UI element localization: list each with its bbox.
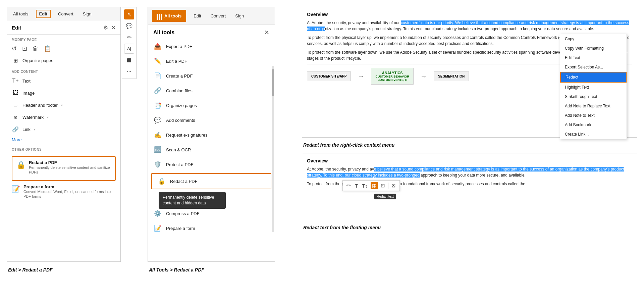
middle-nav-edit[interactable]: Edit bbox=[192, 12, 203, 20]
comment-tool-icon[interactable]: 💬 bbox=[124, 21, 134, 31]
analytics-title: ANALYTICS bbox=[375, 71, 409, 75]
ft-text-icon[interactable]: T bbox=[354, 182, 359, 189]
comments-icon: 💬 bbox=[153, 116, 162, 125]
all-tools-nav-btn[interactable]: All tools bbox=[152, 10, 186, 22]
prepare-form-item[interactable]: 📝 Prepare a form Convert Microsoft Word,… bbox=[12, 184, 116, 199]
export-label: Export a PDF bbox=[166, 44, 192, 49]
add-watermark-item[interactable]: ⊘ Watermark ▾ bbox=[7, 111, 120, 123]
more-tools-icon[interactable]: ··· bbox=[124, 66, 134, 77]
para1-end: ata secure and available. bbox=[549, 27, 594, 31]
redact-tooltip-box: Permanently delete sensitive content and… bbox=[159, 192, 226, 209]
ft-divider bbox=[388, 183, 388, 189]
organize-pages-icon: ⊞ bbox=[12, 57, 19, 64]
all-tools-close[interactable]: ✕ bbox=[264, 29, 269, 36]
scrollbar-thumb[interactable] bbox=[272, 69, 274, 96]
organize-icon: 📑 bbox=[153, 101, 162, 110]
diagram-arrow1: → bbox=[358, 72, 364, 80]
ctx-copy-formatting[interactable]: Copy With Formatting bbox=[560, 44, 627, 53]
combine-files-item[interactable]: 🔗 Combine files bbox=[148, 83, 275, 98]
top-doc-panel: Overview At Adobe, the security, privacy… bbox=[302, 7, 637, 138]
bottom-para1-end: r data more secure, and available. bbox=[465, 173, 526, 178]
ctx-edit-text[interactable]: Edit Text bbox=[560, 53, 627, 62]
redact-text: Redact a PDF Permanently delete sensitiv… bbox=[29, 160, 111, 175]
text-tool-icon[interactable]: A| bbox=[124, 44, 134, 54]
add-header-footer-item[interactable]: ▭ Header and footer ▾ bbox=[7, 99, 120, 111]
link-icon: 🔗 bbox=[12, 126, 19, 133]
redact-pdf-item[interactable]: 🔒 Redact a PDF Permanently delete sensit… bbox=[16, 160, 111, 175]
select-tool-icon[interactable]: ↖ bbox=[124, 9, 134, 19]
scan-ocr-item[interactable]: 🔤 Scan & OCR bbox=[148, 142, 275, 157]
pencil-tool-icon[interactable]: ✏ bbox=[124, 32, 134, 42]
middle-nav-convert[interactable]: Convert bbox=[209, 12, 228, 20]
left-nav-edit[interactable]: Edit bbox=[36, 10, 51, 18]
extract-icon[interactable]: 📋 bbox=[44, 45, 51, 52]
ctx-export-selection[interactable]: Export Selection As... bbox=[560, 62, 627, 72]
ft-text-size-icon[interactable]: T↕ bbox=[361, 182, 369, 189]
edit-pdf-icon: ✏️ bbox=[153, 57, 162, 65]
modify-section-label: MODIFY PAGE bbox=[7, 35, 120, 43]
organize-pages-item[interactable]: ⊞ Organize pages bbox=[7, 54, 120, 66]
organize-pages-item2[interactable]: 📑 Organize pages bbox=[148, 98, 275, 113]
more-link[interactable]: More bbox=[7, 135, 120, 144]
ft-export-icon[interactable]: ⊠ bbox=[390, 182, 397, 189]
bottom-doc-para1: At Adobe, the security, privacy and ave … bbox=[307, 166, 632, 178]
top-doc-title: Overview bbox=[307, 12, 632, 17]
esign-label: Request e-signatures bbox=[166, 133, 208, 138]
protect-icon: 🛡️ bbox=[153, 160, 162, 169]
esign-icon: ✍️ bbox=[153, 131, 162, 139]
protect-label: Protect a PDF bbox=[166, 162, 194, 167]
edit-pdf-label: Edit a PDF bbox=[166, 59, 187, 64]
edit-pdf-item[interactable]: ✏️ Edit a PDF bbox=[148, 54, 275, 68]
all-tools-title: All tools bbox=[153, 30, 174, 36]
protect-pdf-item[interactable]: 🛡️ Protect a PDF bbox=[148, 157, 275, 172]
ft-pencil-icon[interactable]: ✏ bbox=[345, 182, 352, 189]
analytics-box: ANALYTICS CUSTOMER BEHAVIORCUSTOM EVENTS… bbox=[371, 68, 414, 85]
middle-nav-sign[interactable]: Sign bbox=[233, 12, 246, 20]
left-panel-caption: Edit > Redact a PDF bbox=[7, 264, 121, 273]
create-pdf-item[interactable]: 📄 Create a PDF bbox=[148, 68, 275, 83]
prepare-form-text: Prepare a form Convert Microsoft Word, E… bbox=[23, 184, 116, 199]
bottom-para1-after: approach to keeping you bbox=[420, 173, 465, 178]
left-nav-sign[interactable]: Sign bbox=[81, 10, 94, 18]
redact-pdf-label2: Redact a PDF bbox=[170, 179, 198, 184]
add-text-item[interactable]: T+ Text bbox=[7, 75, 120, 87]
ctx-add-note-replace[interactable]: Add Note to Replace Text bbox=[560, 101, 627, 111]
scan-label: Scan & OCR bbox=[166, 147, 191, 152]
ctx-strikethrough[interactable]: Strikethrough Text bbox=[560, 92, 627, 101]
delete-icon[interactable]: 🗑 bbox=[33, 45, 39, 52]
add-image-item[interactable]: 🖼 Image bbox=[7, 87, 120, 99]
left-panel-title: Edit bbox=[12, 25, 21, 31]
prepare-form-title: Prepare a form bbox=[23, 184, 116, 189]
add-comments-item[interactable]: 💬 Add comments bbox=[148, 113, 275, 128]
redact-tool-icon[interactable]: ⬛ bbox=[124, 55, 134, 65]
para1-after: nization as the company's product strate… bbox=[325, 27, 549, 31]
ft-redact-icon[interactable]: ▦ bbox=[371, 182, 378, 189]
left-nav-alltools[interactable]: All tools bbox=[11, 10, 31, 18]
request-esignatures-item[interactable]: ✍️ Request e-signatures bbox=[148, 128, 275, 142]
image-label: Image bbox=[22, 91, 35, 96]
prepare-form-desc: Convert Microsoft Word, Excel, or scanne… bbox=[23, 189, 116, 199]
close-icon[interactable]: ✕ bbox=[111, 24, 116, 31]
ft-box-icon[interactable]: ⊡ bbox=[380, 182, 386, 189]
add-link-item[interactable]: 🔗 Link ▾ bbox=[7, 123, 120, 135]
para1-before: At Adobe, the security, privacy and avai… bbox=[307, 20, 401, 25]
ctx-bookmark[interactable]: Add Bookmark bbox=[560, 120, 627, 130]
left-nav-convert[interactable]: Convert bbox=[56, 10, 75, 18]
middle-nav: All tools Edit Convert Sign bbox=[148, 7, 275, 25]
gear-icon[interactable]: ⚙ bbox=[103, 24, 108, 31]
export-pdf-item[interactable]: 📤 Export a PDF bbox=[148, 39, 275, 54]
ctx-highlight[interactable]: Highlight Text bbox=[560, 83, 627, 92]
redact-pdf-item2[interactable]: 🔒 Redact a PDF Permanently delete sensit… bbox=[151, 173, 271, 189]
redact-pdf-box[interactable]: 🔒 Redact a PDF Permanently delete sensit… bbox=[12, 156, 116, 181]
context-menu: Copy Copy With Formatting Edit Text Expo… bbox=[560, 34, 627, 139]
bottom-doc-caption: Redact text from the floating menu bbox=[302, 222, 637, 230]
bottom-para1-before: At Adobe, the security, privacy and av bbox=[307, 167, 374, 171]
ctx-create-link[interactable]: Create Link... bbox=[560, 130, 627, 139]
ctx-redact[interactable]: Redact bbox=[560, 72, 627, 83]
rotate-icon[interactable]: ↺ bbox=[12, 45, 17, 52]
analytics-sub: CUSTOMER BEHAVIORCUSTOM EVENTS, E bbox=[375, 75, 409, 82]
copy-icon[interactable]: ⊡ bbox=[22, 45, 27, 52]
prepare-form-item2[interactable]: 📝 Prepare a form bbox=[148, 221, 275, 236]
ctx-add-note[interactable]: Add Note to Text bbox=[560, 111, 627, 120]
ctx-copy[interactable]: Copy bbox=[560, 34, 627, 44]
